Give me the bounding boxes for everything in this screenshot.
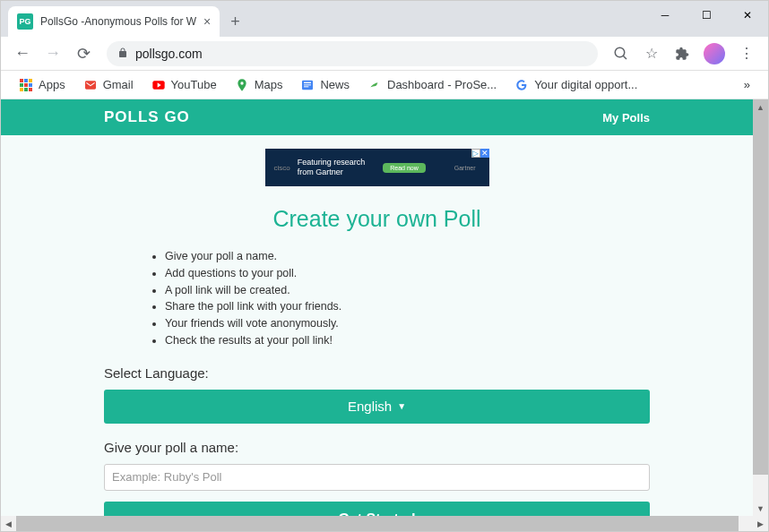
google-icon: [514, 78, 529, 92]
svg-line-1: [623, 56, 626, 59]
ad-cta[interactable]: Read now: [383, 163, 426, 173]
address-toolbar: ← → ⟳ pollsgo.com ☆ ⋮: [1, 37, 768, 71]
close-tab-icon[interactable]: ×: [203, 14, 211, 29]
address-bar[interactable]: pollsgo.com: [107, 41, 598, 66]
list-item: Share the poll link with your friends.: [165, 298, 650, 315]
scroll-down-arrow[interactable]: ▼: [753, 501, 768, 516]
ad-brand: cisco: [274, 164, 290, 172]
minimize-button[interactable]: ─: [644, 1, 686, 30]
list-item: A poll link will be created.: [165, 282, 650, 299]
bookmark-news[interactable]: News: [293, 73, 357, 97]
poll-name-input[interactable]: [104, 464, 650, 491]
profile-avatar[interactable]: [704, 43, 725, 64]
bookmark-maps[interactable]: Maps: [228, 73, 290, 97]
bookmark-label: Dashboard - ProSe...: [387, 78, 497, 91]
bookmark-label: Maps: [255, 78, 283, 91]
tab-favicon: PG: [17, 13, 33, 30]
bookmark-digital[interactable]: Your digital opport...: [507, 73, 644, 97]
language-dropdown[interactable]: English ▼: [104, 390, 650, 424]
news-icon: [300, 78, 315, 92]
url-text: pollsgo.com: [135, 47, 203, 61]
my-polls-link[interactable]: My Polls: [602, 111, 650, 124]
bookmark-label: News: [320, 78, 350, 91]
poll-name-label: Give your poll a name:: [104, 440, 650, 455]
bookmark-youtube[interactable]: YouTube: [144, 73, 224, 97]
bookmark-label: Your digital opport...: [534, 78, 637, 91]
maps-icon: [235, 78, 249, 92]
svg-point-0: [615, 47, 625, 57]
back-button[interactable]: ←: [10, 41, 35, 66]
scroll-right-arrow[interactable]: ▶: [753, 516, 768, 531]
bookmark-label: Gmail: [103, 78, 134, 91]
ad-text: Featuring researchfrom Gartner: [298, 158, 366, 177]
extensions-icon[interactable]: [670, 41, 695, 66]
svg-rect-5: [304, 82, 311, 82]
site-logo[interactable]: POLLS GO: [104, 108, 190, 126]
svg-rect-7: [304, 86, 308, 87]
bookmark-label: YouTube: [171, 78, 217, 91]
maximize-button[interactable]: ☐: [686, 1, 727, 30]
get-started-button[interactable]: Get Started: [104, 502, 650, 517]
ad-info-close[interactable]: ▷✕: [471, 149, 489, 158]
zoom-icon[interactable]: [609, 41, 634, 66]
list-item: Check the results at your poll link!: [165, 332, 650, 349]
reload-button[interactable]: ⟳: [71, 41, 96, 66]
horizontal-scrollbar[interactable]: ◀ ▶: [1, 516, 768, 531]
lock-icon: [117, 47, 128, 61]
vertical-scrollbar[interactable]: ▲ ▼: [753, 99, 768, 516]
star-icon[interactable]: ☆: [639, 41, 664, 66]
caret-down-icon: ▼: [397, 401, 406, 411]
leaf-icon: [367, 78, 382, 92]
browser-tab-strip: PG PollsGo -Anonymous Polls for W × + ─ …: [1, 1, 768, 37]
bookmark-label: Apps: [39, 78, 65, 91]
bookmark-gmail[interactable]: Gmail: [76, 73, 141, 97]
gmail-icon: [83, 78, 98, 92]
menu-icon[interactable]: ⋮: [734, 41, 759, 66]
instructions-list: Give your poll a name. Add questions to …: [147, 248, 650, 349]
close-window-button[interactable]: ✕: [727, 1, 768, 30]
svg-rect-6: [304, 84, 311, 85]
site-header: POLLS GO My Polls: [1, 99, 753, 135]
browser-tab[interactable]: PG PollsGo -Anonymous Polls for W ×: [8, 6, 220, 37]
new-tab-button[interactable]: +: [220, 6, 251, 37]
bookmarks-overflow[interactable]: »: [737, 73, 757, 97]
list-item: Add questions to your poll.: [165, 265, 650, 282]
language-value: English: [348, 399, 392, 414]
youtube-icon: [151, 78, 166, 92]
svg-point-3: [240, 82, 243, 84]
tab-title: PollsGo -Anonymous Polls for W: [40, 15, 196, 28]
language-label: Select Language:: [104, 365, 650, 381]
list-item: Your friends will vote anonymously.: [165, 315, 650, 332]
forward-button[interactable]: →: [40, 41, 65, 66]
bookmark-dashboard[interactable]: Dashboard - ProSe...: [360, 73, 504, 97]
bookmarks-bar: Apps Gmail YouTube Maps News Dashboard -…: [1, 71, 768, 99]
bookmark-apps[interactable]: Apps: [12, 73, 73, 97]
list-item: Give your poll a name.: [165, 248, 650, 265]
page-content: POLLS GO My Polls cisco Featuring resear…: [1, 99, 753, 516]
ad-banner[interactable]: cisco Featuring researchfrom Gartner Rea…: [265, 149, 489, 186]
ad-partner: Gartner: [454, 165, 476, 171]
scroll-thumb[interactable]: [16, 516, 739, 531]
scroll-up-arrow[interactable]: ▲: [753, 99, 768, 115]
apps-icon: [20, 79, 32, 91]
scroll-thumb[interactable]: [753, 99, 768, 475]
page-title: Create your own Poll: [104, 206, 650, 232]
scroll-left-arrow[interactable]: ◀: [1, 516, 16, 531]
